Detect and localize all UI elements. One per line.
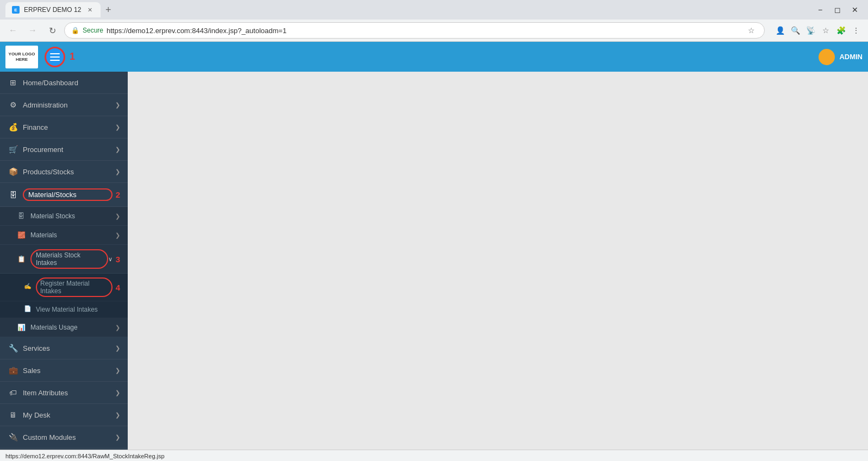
products-icon: 📦 [8,166,18,177]
browser-titlebar: E ERPREV DEMO 12 ✕ + − ◻ ✕ [0,0,868,20]
sidebar-item-label: Register Material Intakes [36,277,113,297]
user-account-icon[interactable]: 👤 [773,24,786,37]
chevron-down-icon: ∨ [108,256,113,263]
app-header: YOUR LOGO HERE 1 ADMIN [0,42,868,72]
sidebar-item-label: Material Stocks [30,212,115,220]
annotation-2: 2 [116,190,120,199]
extensions-icon[interactable]: 🧩 [834,24,847,37]
sidebar-item-products-stocks[interactable]: 📦 Products/Stocks ❯ [0,161,128,183]
sidebar-item-materials-usage[interactable]: 📊 Materials Usage ❯ [0,318,128,337]
logo: YOUR LOGO HERE [5,46,38,68]
sidebar-item-my-desk[interactable]: 🖥 My Desk ❯ [0,404,128,426]
close-button[interactable]: ✕ [847,2,863,17]
admin-username: ADMIN [839,53,863,61]
main-content [128,72,868,450]
sidebar-item-register-material-intakes[interactable]: ✍ Register Material Intakes 4 [0,274,128,301]
materials-icon: 🧱 [16,230,26,240]
app-body: ⊞ Home/Dashboard ⚙ Administration ❯ 💰 Fi… [0,72,868,450]
sidebar-item-label: Finance [23,123,115,131]
view-icon: 📄 [24,305,33,314]
sidebar-item-sales[interactable]: 💼 Sales ❯ [0,359,128,382]
sidebar-item-label: Materials Usage [30,324,115,331]
sales-icon: 💼 [8,365,18,376]
sidebar: ⊞ Home/Dashboard ⚙ Administration ❯ 💰 Fi… [0,72,128,450]
status-bar: https://demo12.erprev.com:8443/RawM_Stoc… [0,450,868,461]
browser-chrome: E ERPREV DEMO 12 ✕ + − ◻ ✕ ← → ↻ 🔒 Secur… [0,0,868,42]
avatar [819,49,835,65]
menu-dots-icon[interactable]: ⋮ [850,24,863,37]
item-attributes-icon: 🏷 [8,387,18,398]
sidebar-item-finance[interactable]: 💰 Finance ❯ [0,116,128,138]
sidebar-item-label: Products/Stocks [23,168,115,176]
sidebar-item-materials-sub[interactable]: 🧱 Materials ❯ [0,226,128,245]
chevron-right-icon: ❯ [115,434,120,441]
administration-icon: ⚙ [8,99,18,110]
sidebar-item-label: Custom Modules [23,433,115,441]
forward-button[interactable]: → [25,23,40,38]
window-controls: − ◻ ✕ [813,2,863,17]
chevron-right-icon: ❯ [115,102,120,109]
chevron-right-icon: ❯ [115,324,120,331]
hamburger-menu-button[interactable] [45,47,65,67]
home-icon: ⊞ [8,77,18,88]
annotation-1: 1 [70,51,75,62]
chevron-right-icon: ❯ [115,146,120,153]
sidebar-item-view-material-intakes[interactable]: 📄 View Material Intakes [0,301,128,318]
chevron-right-icon: ❯ [115,412,120,419]
maximize-button[interactable]: ◻ [830,2,845,17]
annotation-4: 4 [116,283,120,292]
app-wrapper: YOUR LOGO HERE 1 ADMIN ⊞ Home/Dashboard … [0,42,868,461]
header-right: ADMIN [819,49,863,65]
bookmark-icon[interactable]: ☆ [745,24,758,37]
sidebar-item-administration[interactable]: ⚙ Administration ❯ [0,94,128,116]
tab-favicon: E [12,6,20,14]
sidebar-item-label: Procurement [23,146,115,154]
status-url: https://demo12.erprev.com:8443/RawM_Stoc… [5,453,165,459]
sidebar-item-label: Services [23,344,115,352]
sidebar-item-label: Administration [23,101,115,109]
chevron-right-icon: ❯ [115,389,120,396]
browser-tab[interactable]: E ERPREV DEMO 12 ✕ [5,2,101,17]
sidebar-item-item-attributes[interactable]: 🏷 Item Attributes ❯ [0,382,128,404]
sidebar-item-material-stocks[interactable]: 🗄 Material/Stocks 2 [0,183,128,207]
url-text: https://demo12.erprev.com:8443/index.jsp… [107,27,741,35]
services-icon: 🔧 [8,343,18,353]
new-tab-button[interactable]: + [101,2,116,17]
sidebar-item-label: Material/Stocks [23,188,113,201]
secure-label: Secure [83,27,103,34]
chevron-right-icon: ❯ [115,168,120,175]
chevron-right-icon: ❯ [115,213,120,220]
hamburger-icon [50,53,60,61]
secure-lock-icon: 🔒 [71,27,79,34]
sidebar-item-label: My Desk [23,411,115,419]
sidebar-item-materials-stock-intakes[interactable]: 📋 Materials Stock Intakes ∨ 3 [0,245,128,274]
sidebar-item-label: Sales [23,367,115,375]
sidebar-item-label: Home/Dashboard [23,79,120,87]
custom-modules-icon: 🔌 [8,432,18,443]
sidebar-item-label: Item Attributes [23,389,115,397]
sidebar-item-services[interactable]: 🔧 Services ❯ [0,337,128,359]
cast-icon[interactable]: 📡 [804,24,817,37]
materials-stock-intakes-icon: 📋 [16,254,26,264]
zoom-icon[interactable]: 🔍 [789,24,802,37]
chevron-right-icon: ❯ [115,124,120,131]
procurement-icon: 🛒 [8,144,18,155]
star-icon[interactable]: ☆ [819,24,832,37]
refresh-button[interactable]: ↻ [45,23,60,38]
chevron-right-icon: ❯ [115,232,120,239]
back-button[interactable]: ← [5,23,21,38]
sidebar-item-home-dashboard[interactable]: ⊞ Home/Dashboard [0,72,128,94]
minimize-button[interactable]: − [813,2,828,17]
my-desk-icon: 🖥 [8,409,18,420]
annotation-3: 3 [116,255,120,264]
sidebar-item-label: Materials [30,231,115,239]
sidebar-item-custom-modules[interactable]: 🔌 Custom Modules ❯ [0,426,128,449]
material-stocks-sub-icon: 🗄 [16,211,26,221]
register-icon: ✍ [24,283,33,292]
tab-close-button[interactable]: ✕ [85,5,94,14]
sidebar-item-material-stocks-sub[interactable]: 🗄 Material Stocks ❯ [0,207,128,226]
sidebar-item-procurement[interactable]: 🛒 Procurement ❯ [0,138,128,161]
browser-addressbar: ← → ↻ 🔒 Secure https://demo12.erprev.com… [0,20,868,41]
tab-title: ERPREV DEMO 12 [24,6,81,14]
address-bar[interactable]: 🔒 Secure https://demo12.erprev.com:8443/… [64,22,765,39]
